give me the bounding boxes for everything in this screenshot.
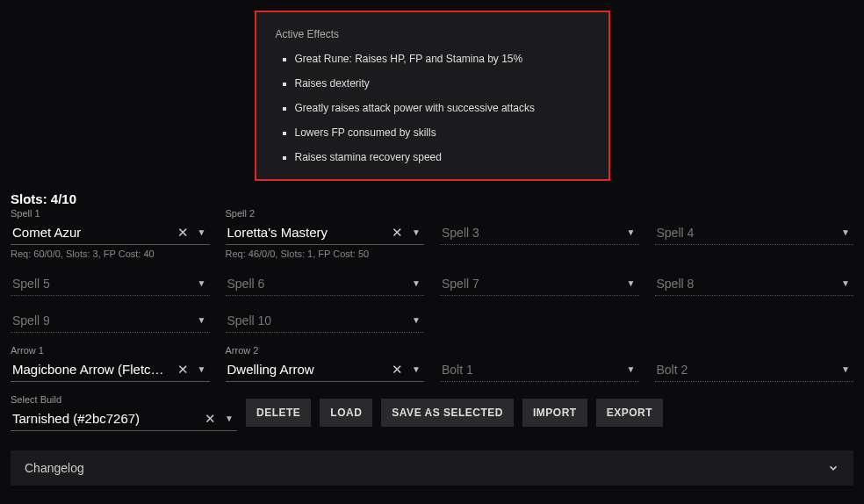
spell-5-field: Spell 5 ▼ [11,271,210,296]
spell-row-2: Spell 5 ▼ Spell 6 ▼ Spell 7 ▼ Spell 8 ▼ [11,271,853,296]
export-button[interactable]: EXPORT [596,399,663,427]
import-button[interactable]: IMPORT [522,399,587,427]
spell-9-select[interactable]: Spell 9 ▼ [11,308,210,333]
spell-value: Spell 6 [227,277,406,291]
chevron-down-icon[interactable]: ▼ [196,316,208,325]
chevron-down-icon[interactable] [827,462,839,474]
arrow-value: Magicbone Arrow (Fletched) [12,362,170,377]
active-effects-title: Active Effects [276,28,589,40]
bolt-value: Bolt 1 [442,363,620,377]
spell-row-3: Spell 9 ▼ Spell 10 ▼ [11,308,853,333]
spell-row-1: Spell 1 Comet Azur ✕ ▼ Req: 60/0/0, Slot… [11,208,853,259]
changelog-panel[interactable]: Changelog [11,450,853,486]
chevron-down-icon[interactable]: ▼ [625,365,637,374]
spell-req: Req: 46/0/0, Slots: 1, FP Cost: 50 [226,248,425,259]
bolt-1-select[interactable]: Bolt 1 ▼ [440,357,639,382]
spell-7-select[interactable]: Spell 7 ▼ [440,271,639,296]
effect-item: Raises stamina recovery speed [295,151,589,163]
effect-item: Greatly raises attack power with success… [295,102,589,114]
spell-10-select[interactable]: Spell 10 ▼ [226,308,425,333]
active-effects-list: Great Rune: Raises HP, FP and Stamina by… [276,53,589,163]
spell-1-field: Spell 1 Comet Azur ✕ ▼ Req: 60/0/0, Slot… [11,208,210,259]
spell-value: Loretta's Mastery [227,225,385,240]
chevron-down-icon[interactable]: ▼ [410,365,422,374]
build-value: Tarnished (#2bc7267) [12,411,198,426]
chevron-down-icon[interactable]: ▼ [839,365,852,374]
spell-value: Comet Azur [12,225,170,240]
spell-label [655,208,854,219]
spell-label: Spell 2 [226,208,425,219]
chevron-down-icon[interactable]: ▼ [625,228,637,237]
arrow-row: Arrow 1 Magicbone Arrow (Fletched) ✕ ▼ A… [11,345,853,382]
spell-6-field: Spell 6 ▼ [226,271,425,296]
chevron-down-icon[interactable]: ▼ [196,279,208,288]
bolt-label [655,345,854,356]
arrow-1-field: Arrow 1 Magicbone Arrow (Fletched) ✕ ▼ [11,345,210,382]
spell-4-select[interactable]: Spell 4 ▼ [655,220,854,245]
chevron-down-icon[interactable]: ▼ [839,228,852,237]
chevron-down-icon[interactable]: ▼ [410,316,422,325]
spell-6-select[interactable]: Spell 6 ▼ [226,271,425,296]
spell-10-field: Spell 10 ▼ [226,308,425,333]
chevron-down-icon[interactable]: ▼ [410,279,422,288]
slots-title: Slots: 4/10 [11,191,853,206]
effect-item: Lowers FP consumed by skills [295,126,589,139]
save-as-selected-button[interactable]: SAVE AS SELECTED [381,399,514,427]
spell-value: Spell 9 [12,313,191,328]
bolt-value: Bolt 2 [657,363,835,377]
arrow-value: Dwelling Arrow [227,362,385,377]
arrow-1-select[interactable]: Magicbone Arrow (Fletched) ✕ ▼ [11,357,210,382]
clear-icon[interactable]: ✕ [176,363,191,376]
spell-8-select[interactable]: Spell 8 ▼ [655,271,854,296]
arrow-label: Arrow 1 [11,345,210,356]
clear-icon[interactable]: ✕ [390,226,405,239]
spell-value: Spell 7 [442,277,620,291]
effect-item: Raises dexterity [295,77,589,90]
delete-button[interactable]: DELETE [246,399,311,427]
chevron-down-icon[interactable]: ▼ [839,279,852,288]
clear-icon[interactable]: ✕ [390,363,405,376]
bolt-2-select[interactable]: Bolt 2 ▼ [655,357,854,382]
spell-2-select[interactable]: Loretta's Mastery ✕ ▼ [226,220,425,245]
spell-value: Spell 10 [227,313,406,328]
bolt-2-field: Bolt 2 ▼ [655,345,854,382]
spell-3-field: Spell 3 ▼ [440,208,639,259]
spell-9-field: Spell 9 ▼ [11,308,210,333]
spell-label: Spell 1 [11,208,210,219]
chevron-down-icon[interactable]: ▼ [223,414,235,423]
build-label: Select Build [11,394,237,405]
effect-item: Great Rune: Raises HP, FP and Stamina by… [295,53,589,65]
load-button[interactable]: LOAD [320,399,372,427]
clear-icon[interactable]: ✕ [176,226,191,239]
changelog-title: Changelog [25,461,84,475]
chevron-down-icon[interactable]: ▼ [410,228,422,237]
clear-icon[interactable]: ✕ [203,412,218,425]
spell-value: Spell 3 [442,226,620,240]
spell-7-field: Spell 7 ▼ [440,271,639,296]
spell-1-select[interactable]: Comet Azur ✕ ▼ [11,220,210,245]
bolt-label [440,345,639,356]
spell-4-field: Spell 4 ▼ [655,208,854,259]
spell-5-select[interactable]: Spell 5 ▼ [11,271,210,296]
chevron-down-icon[interactable]: ▼ [196,365,208,374]
arrow-label: Arrow 2 [226,345,425,356]
spell-req: Req: 60/0/0, Slots: 3, FP Cost: 40 [11,248,210,259]
arrow-2-select[interactable]: Dwelling Arrow ✕ ▼ [226,357,425,382]
build-select[interactable]: Tarnished (#2bc7267) ✕ ▼ [11,407,237,431]
active-effects-panel: Active Effects Great Rune: Raises HP, FP… [255,11,610,181]
arrow-2-field: Arrow 2 Dwelling Arrow ✕ ▼ [226,345,425,382]
build-field: Select Build Tarnished (#2bc7267) ✕ ▼ [11,394,237,431]
chevron-down-icon[interactable]: ▼ [196,228,208,237]
chevron-down-icon[interactable]: ▼ [625,279,637,288]
spell-value: Spell 4 [657,226,835,240]
bolt-1-field: Bolt 1 ▼ [440,345,639,382]
spell-2-field: Spell 2 Loretta's Mastery ✕ ▼ Req: 46/0/… [226,208,425,259]
build-row: Select Build Tarnished (#2bc7267) ✕ ▼ DE… [11,394,853,431]
spell-value: Spell 5 [12,277,191,291]
spell-value: Spell 8 [657,277,835,291]
spell-label [440,208,639,219]
spell-8-field: Spell 8 ▼ [655,271,854,296]
spell-3-select[interactable]: Spell 3 ▼ [440,220,639,245]
